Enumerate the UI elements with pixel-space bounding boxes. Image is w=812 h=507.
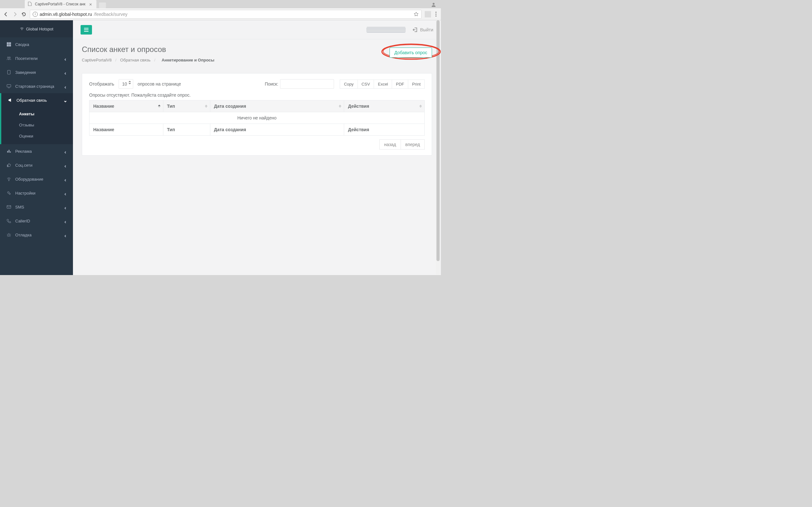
datatable-controls: Отображать 10 опросов на странице Поиск:… [89,79,425,89]
sidebar-item-sms[interactable]: SMS [0,200,73,214]
tablet-icon [6,70,11,75]
sort-icon [419,104,422,109]
column-label: Действия [348,104,369,109]
page-length-select[interactable]: 10 [119,79,133,89]
search-label: Поиск: [265,81,278,87]
sidebar-item-label: Отладка [15,233,60,237]
breadcrumb-link[interactable]: Обратная связь [120,58,151,62]
search-input[interactable] [280,79,334,89]
new-tab-button[interactable] [99,3,106,8]
pager-prev-button[interactable]: назад [379,139,401,150]
column-label: Тип [167,104,175,109]
footer-header-actions: Действия [344,124,425,135]
sidebar-item-label: Соц.сети [15,163,60,168]
url-path: /feedback/survey [94,12,128,17]
sidebar-item-label: SMS [15,205,60,210]
sort-icon [158,104,160,109]
browser-toolbar: i admin.v8.global-hotspot.ru/feedback/su… [0,8,441,20]
svg-point-14 [8,234,10,236]
sidebar-item-venues[interactable]: Заведения [0,65,73,79]
browser-tabstrip: CaptivePortalV8 - Список анк × [0,0,441,8]
sidebar-subitem-surveys[interactable]: Анкеты [1,108,73,119]
chevron-left-icon [64,57,67,60]
svg-point-12 [9,193,10,194]
tab-close-button[interactable]: × [88,2,93,7]
sidebar-item-settings[interactable]: Настройки [0,186,73,200]
length-label-suffix: опросов на странице [138,81,181,87]
sidebar-item-social[interactable]: Соц.сети [0,158,73,172]
chart-icon [6,149,11,154]
phone-icon [6,218,11,223]
thumbs-up-icon [6,163,11,168]
url-host: admin.v8.global-hotspot.ru [40,12,92,17]
sort-icon [339,104,341,109]
sidebar-item-summary[interactable]: Сводка [0,38,73,51]
breadcrumb: CaptivePortalV8 / Обратная связь / Анкет… [82,58,217,62]
column-label: Название [93,104,114,109]
brand-logo[interactable]: Global Hotspot [0,20,73,38]
svg-rect-4 [7,45,9,46]
sidebar-toggle-button[interactable] [81,25,92,35]
export-excel-button[interactable]: Excel [374,79,392,89]
column-header-actions[interactable]: Действия [344,101,425,112]
svg-point-1 [21,30,22,31]
sidebar-item-label: CallerID [15,219,60,223]
sidebar-subitem-label: Отзывы [1,119,73,130]
breadcrumb-separator: / [154,58,155,62]
svg-point-11 [8,192,9,193]
export-pdf-button[interactable]: PDF [392,79,408,89]
chrome-profile-icon[interactable] [431,2,437,8]
content: Выйти Список анкет и опросов CaptivePort… [73,20,441,275]
sidebar-item-equipment[interactable]: Оборудование [0,172,73,186]
sidebar-item-feedback[interactable]: Обратная связь Анкеты Отзывы Оценки [0,93,73,144]
logout-link[interactable]: Выйти [413,27,433,32]
breadcrumb-link[interactable]: CaptivePortalV8 [82,58,112,62]
empty-row: Ничего не найдено [90,112,425,124]
sidebar-item-callerid[interactable]: CallerID [0,214,73,228]
footer-header-created: Дата создания [210,124,344,135]
sidebar-item-label: Сводка [15,42,67,47]
monitor-icon [6,83,11,89]
chevron-left-icon [64,150,67,153]
sidebar-nav: Сводка Посетители Заведения Стартовая ст… [0,38,73,242]
svg-point-7 [9,57,10,58]
sidebar-item-visitors[interactable]: Посетители [0,51,73,65]
sidebar-item-debug[interactable]: Отладка [0,228,73,242]
add-survey-button[interactable]: Добавить опрос [390,48,432,58]
sidebar-subitem-label: Анкеты [1,108,73,119]
sidebar-subitem-ratings[interactable]: Оценки [1,130,73,142]
site-info-icon[interactable]: i [33,12,38,17]
sidebar-item-label: Настройки [15,191,60,195]
svg-rect-3 [9,43,11,44]
brand-label: Global Hotspot [26,26,53,32]
column-label: Дата создания [214,104,246,109]
pager-next-button[interactable]: вперед [401,139,425,150]
export-copy-button[interactable]: Copy [340,79,357,89]
topbar: Выйти [73,20,441,39]
address-bar[interactable]: i admin.v8.global-hotspot.ru/feedback/su… [30,10,421,19]
chevron-left-icon [64,71,67,73]
wifi-icon [6,176,11,181]
column-header-name[interactable]: Название [90,101,163,112]
back-button[interactable] [3,11,9,17]
svg-rect-13 [7,206,11,209]
sidebar-item-startpage[interactable]: Стартовая страница [0,79,73,93]
sidebar-item-label: Обратная связь [16,98,60,103]
bookmark-icon[interactable] [414,12,419,17]
length-label-prefix: Отображать [89,81,114,87]
column-header-type[interactable]: Тип [163,101,210,112]
sidebar-subitem-reviews[interactable]: Отзывы [1,119,73,130]
column-header-created[interactable]: Дата создания [210,101,344,112]
browser-tab[interactable]: CaptivePortalV8 - Список анк × [25,0,96,8]
bullhorn-icon [8,98,13,103]
sidebar-item-label: Заведения [15,70,60,75]
svg-rect-9 [7,84,11,87]
browser-menu-button[interactable] [434,12,438,16]
extension-button[interactable] [425,11,431,17]
no-surveys-note: Опросы отсуствуют. Пожалуйста создайте о… [89,93,425,98]
reload-button[interactable] [21,11,27,17]
export-csv-button[interactable]: CSV [358,79,374,89]
forward-button[interactable] [12,11,18,17]
export-print-button[interactable]: Print [408,79,425,89]
sidebar-item-ads[interactable]: Реклама [0,144,73,158]
